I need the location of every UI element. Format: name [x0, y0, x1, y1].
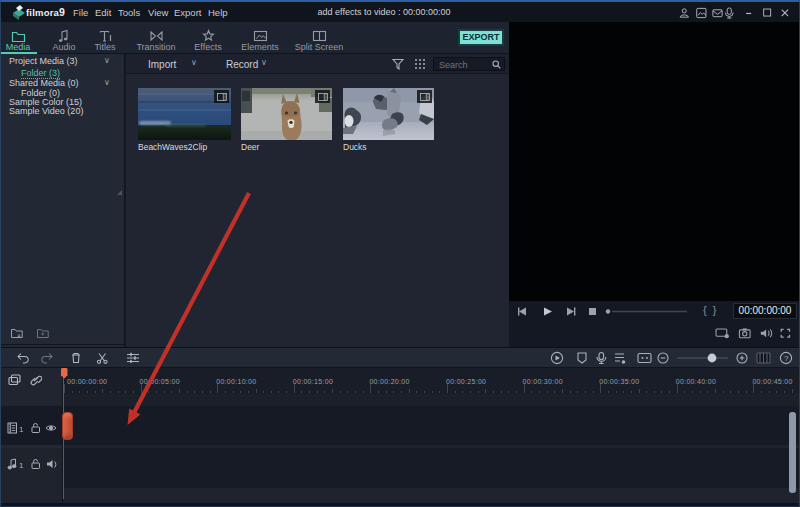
- svg-text:1: 1: [19, 461, 24, 470]
- svg-text:1: 1: [19, 425, 24, 434]
- svg-text:?: ?: [784, 354, 789, 363]
